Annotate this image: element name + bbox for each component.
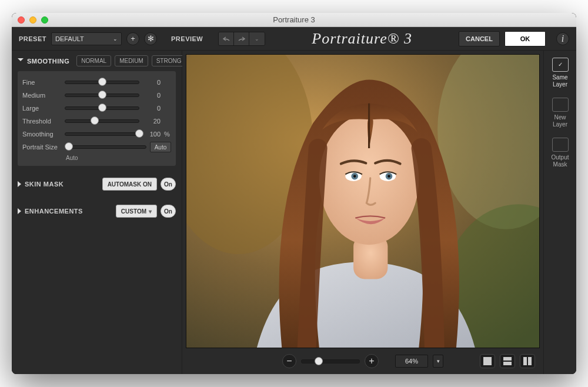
zoom-out-button[interactable]: − — [282, 354, 296, 368]
medium-label: Medium — [22, 92, 61, 99]
large-slider[interactable] — [65, 105, 139, 111]
output-mask-option[interactable]: Output Mask — [551, 138, 569, 168]
view-single-button[interactable] — [480, 354, 495, 368]
disclosure-triangle-icon[interactable] — [18, 208, 21, 214]
preset-label: PRESET — [19, 35, 46, 42]
cancel-button[interactable]: CANCEL — [459, 31, 500, 46]
canvas-toolbar: − + 64% ▾ — [182, 348, 543, 374]
skin-mask-toggle[interactable]: On — [161, 178, 176, 191]
fine-slider[interactable] — [65, 79, 139, 85]
smoothing-panel: Fine 0 Medium 0 Large — [18, 71, 176, 166]
large-label: Large — [22, 105, 61, 112]
threshold-value: 20 — [143, 118, 161, 125]
zoom-level-value: 64% — [395, 355, 428, 368]
output-sidebar: ✓ Same Layer New Layer Output Mask — [543, 51, 576, 374]
medium-value: 0 — [143, 92, 161, 99]
smoothing-preset-medium[interactable]: MEDIUM — [115, 55, 148, 66]
portrait-size-label: Portrait Size — [22, 144, 61, 151]
same-layer-option[interactable]: ✓ Same Layer — [552, 58, 569, 88]
smoothing-unit: % — [164, 131, 171, 138]
preset-settings-button[interactable]: ✻ — [144, 32, 157, 45]
enhancements-dropdown[interactable]: CUSTOM ▾ — [116, 205, 157, 218]
titlebar: Portraiture 3 — [12, 13, 576, 27]
enhancements-section: ENHANCEMENTS CUSTOM ▾ On — [18, 202, 176, 220]
plus-icon: + — [131, 34, 135, 43]
threshold-slider[interactable] — [65, 118, 139, 124]
view-split-horizontal-button[interactable] — [500, 354, 515, 368]
zoom-slider[interactable] — [301, 359, 360, 363]
fine-value: 0 — [143, 79, 161, 86]
large-value: 0 — [143, 105, 161, 112]
enhancements-title: ENHANCEMENTS — [25, 208, 83, 215]
large-slider-row: Large 0 — [22, 102, 171, 115]
info-icon: i — [562, 34, 564, 44]
new-layer-label: New Layer — [553, 114, 567, 128]
fine-slider-row: Fine 0 — [22, 76, 171, 89]
redo-button[interactable] — [234, 32, 249, 45]
svg-point-11 — [387, 175, 390, 178]
portrait-size-auto-chip[interactable]: Auto — [150, 142, 171, 152]
preset-dropdown[interactable]: DEFAULT ⌄ — [51, 32, 122, 45]
portrait-size-slider[interactable] — [65, 144, 146, 150]
smoothing-value: 100 — [143, 131, 161, 138]
fine-label: Fine — [22, 79, 61, 86]
history-dropdown[interactable]: ⌄ — [249, 32, 265, 45]
chevron-down-icon: ▾ — [149, 208, 152, 215]
smoothing-preset-strong[interactable]: STRONG — [152, 55, 186, 66]
disclosure-triangle-icon — [18, 58, 24, 64]
preview-label: PREVIEW — [171, 35, 203, 42]
controls-sidebar: SMOOTHING NORMAL MEDIUM STRONG Fine 0 Me… — [12, 51, 182, 374]
split-horizontal-icon — [503, 357, 512, 365]
threshold-label: Threshold — [22, 118, 61, 125]
app-brand: Portraiture® 3 — [270, 30, 454, 48]
smoothing-preset-normal[interactable]: NORMAL — [76, 55, 111, 66]
view-split-vertical-button[interactable] — [520, 354, 535, 368]
medium-slider-row: Medium 0 — [22, 89, 171, 102]
skin-mask-title: SKIN MASK — [25, 181, 64, 188]
preview-canvas[interactable] — [186, 54, 540, 348]
minus-icon: − — [286, 356, 292, 366]
smoothing-slider[interactable] — [65, 131, 139, 137]
same-layer-label: Same Layer — [552, 74, 567, 88]
check-icon: ✓ — [558, 61, 563, 68]
enhancements-button-label: CUSTOM — [121, 208, 146, 215]
chevron-down-icon: ▾ — [437, 358, 440, 364]
zoom-level-dropdown[interactable]: ▾ — [433, 355, 443, 368]
info-button[interactable]: i — [556, 32, 569, 45]
chevron-down-icon: ⌄ — [113, 36, 118, 42]
undo-redo-group: ⌄ — [218, 32, 265, 46]
undo-button[interactable] — [219, 32, 234, 45]
square-icon — [483, 357, 492, 365]
zoom-in-button[interactable]: + — [365, 354, 379, 368]
threshold-slider-row: Threshold 20 — [22, 115, 171, 128]
portrait-size-row: Portrait Size Auto — [22, 141, 171, 154]
automask-button[interactable]: AUTOMASK ON — [102, 178, 157, 191]
enhancements-toggle[interactable]: On — [161, 205, 176, 218]
smoothing-slider-label: Smoothing — [22, 131, 61, 138]
svg-point-10 — [353, 175, 356, 178]
ok-button[interactable]: OK — [505, 31, 546, 46]
split-vertical-icon — [523, 357, 532, 365]
portrait-size-sub: Auto — [66, 155, 171, 161]
window-title: Portraiture 3 — [12, 15, 576, 24]
skin-mask-section: SKIN MASK AUTOMASK ON On — [18, 175, 176, 193]
toolbar: PRESET DEFAULT ⌄ + ✻ PREVIEW ⌄ Portraitu… — [12, 27, 576, 51]
smoothing-slider-row: Smoothing 100 % — [22, 128, 171, 141]
preset-value: DEFAULT — [55, 35, 84, 42]
new-layer-option[interactable]: New Layer — [552, 98, 569, 128]
disclosure-triangle-icon[interactable] — [18, 181, 21, 187]
plus-icon: + — [369, 356, 374, 366]
smoothing-header[interactable]: SMOOTHING NORMAL MEDIUM STRONG — [18, 55, 176, 66]
gear-icon: ✻ — [148, 34, 154, 43]
smoothing-title: SMOOTHING — [27, 58, 69, 65]
output-mask-label: Output Mask — [551, 154, 569, 168]
medium-slider[interactable] — [65, 92, 139, 98]
add-preset-button[interactable]: + — [126, 32, 139, 45]
